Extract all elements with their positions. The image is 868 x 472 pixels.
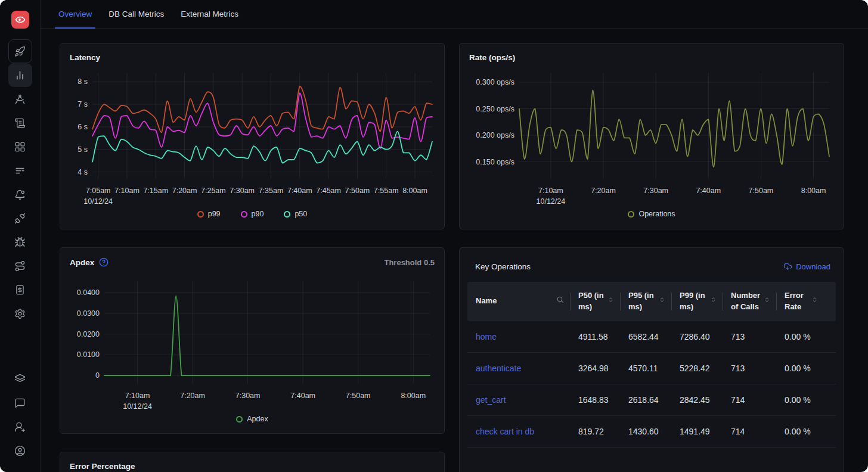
sidebar-item-integrations[interactable] (8, 206, 32, 230)
legend-ring-icon (284, 211, 290, 218)
column-header-p50-in-ms-[interactable]: P50 (in ms) (570, 282, 620, 321)
table-cell: 1491.49 (671, 416, 723, 447)
operation-name-link[interactable]: home (467, 321, 570, 352)
x-tick-label: 7:25am (201, 187, 226, 195)
sort-icon[interactable] (764, 296, 770, 304)
legend-ring-icon (241, 211, 247, 218)
y-tick-label: 8 s (78, 77, 88, 86)
sidebar-item-alerts[interactable] (8, 182, 32, 206)
chat-bubble-icon (14, 398, 26, 409)
column-header-label: P50 (in ms) (578, 290, 604, 313)
x-tick-label: 8:00am (402, 187, 427, 195)
sort-icon[interactable] (811, 296, 818, 304)
x-axis-date-label: 10/12/24 (537, 197, 566, 206)
column-header-p99-in-ms-[interactable]: P99 (in ms) (671, 282, 723, 321)
tab-external-metrics[interactable]: External Metrics (172, 0, 247, 28)
sidebar-item-account[interactable] (8, 439, 32, 462)
main-area: Overview DB Call Metrics External Metric… (41, 0, 868, 472)
sidebar-item-versions[interactable] (8, 367, 32, 391)
column-header-label: P95 (in ms) (628, 290, 655, 313)
x-tick-label: 8:00am (401, 392, 426, 400)
column-header-number-of-calls[interactable]: Number of Calls (723, 282, 776, 321)
signoz-logo[interactable] (11, 11, 29, 29)
legend-item-Apdex[interactable]: Apdex (236, 415, 268, 423)
sidebar-item-logs[interactable] (8, 111, 32, 135)
y-tick-label: 0.0300 (77, 309, 100, 318)
y-tick-label: 6 s (78, 123, 88, 131)
apdex-legend: Apdex (236, 415, 268, 423)
sidebar-item-billing[interactable] (8, 278, 32, 302)
table-cell: 0.00 % (776, 321, 824, 352)
y-tick-label: 5 s (78, 145, 88, 154)
tab-db-call-metrics[interactable]: DB Call Metrics (100, 0, 172, 28)
cloud-download-icon (783, 262, 792, 271)
sort-icon[interactable] (710, 296, 717, 304)
bar-chart-icon (14, 70, 26, 81)
user-circle-icon (14, 445, 26, 457)
tab-label: DB Call Metrics (108, 10, 164, 18)
table-cell: 6582.44 (620, 321, 671, 352)
apdex-plot: 00.01000.02000.03000.04007:10am10/12/247… (69, 269, 436, 412)
x-tick-label: 7:45am (316, 187, 341, 195)
sidebar-item-settings[interactable] (8, 302, 32, 325)
x-tick-label: 7:50am (749, 187, 774, 195)
operation-name-link[interactable]: authenticate (467, 353, 570, 384)
legend-item-p99[interactable]: p99 (197, 210, 221, 218)
sidebar-item-messaging-queues[interactable] (8, 159, 32, 182)
sidebar-item-service-map[interactable] (8, 254, 32, 278)
table-cell: 0.00 % (776, 416, 824, 447)
apdex-threshold-label: Threshold 0.5 (384, 258, 435, 267)
sidebar-item-support[interactable] (8, 391, 32, 415)
sidebar-item-invite-user[interactable] (8, 415, 32, 439)
series-p50-line (92, 131, 432, 163)
legend-label: p50 (294, 210, 307, 218)
search-icon[interactable] (556, 296, 564, 303)
table-cell: 714 (723, 384, 776, 415)
legend-item-p50[interactable]: p50 (284, 210, 307, 218)
table-cell: 3264.98 (570, 353, 620, 384)
sidebar-item-get-started[interactable] (8, 39, 32, 63)
legend-label: p99 (208, 210, 221, 218)
y-tick-label: 0.200 ops/s (476, 131, 514, 139)
y-tick-label: 0.0100 (77, 350, 100, 359)
key-operations-table: NameP50 (in ms)P95 (in ms)P99 (in ms)Num… (467, 282, 836, 448)
column-header-error-rate[interactable]: Error Rate (776, 282, 824, 321)
table-row: authenticate3264.984570.115228.427130.00… (467, 353, 836, 384)
sort-icon[interactable] (607, 296, 614, 304)
dashboard-content: Latency 4 s5 s6 s7 s8 s7:05am10/12/247:1… (41, 29, 868, 472)
column-header-p95-in-ms-[interactable]: P95 (in ms) (620, 282, 671, 321)
table-cell: 713 (723, 321, 776, 352)
table-cell: 713 (723, 353, 776, 384)
table-cell: 5228.42 (671, 353, 723, 384)
x-axis-date-label: 10/12/24 (123, 402, 152, 411)
y-tick-label: 0.0200 (77, 330, 100, 339)
x-tick-label: 7:30am (235, 392, 261, 400)
tab-overview[interactable]: Overview (50, 0, 100, 28)
sort-icon[interactable] (659, 296, 665, 304)
sidebar-item-exceptions[interactable] (8, 230, 32, 254)
x-tick-label: 7:55am (374, 187, 399, 195)
x-tick-label: 7:50am (345, 187, 370, 195)
download-button[interactable]: Download (783, 262, 830, 271)
sidebar-item-dashboards[interactable] (8, 135, 32, 159)
sidebar-item-services[interactable] (8, 63, 32, 87)
y-tick-label: 0.0400 (77, 288, 100, 297)
list-lines-icon (14, 165, 26, 176)
legend-item-p90[interactable]: p90 (241, 210, 264, 218)
table-cell: 1430.60 (620, 416, 671, 447)
operation-name-link[interactable]: get_cart (467, 384, 570, 415)
latency-plot: 4 s5 s6 s7 s8 s7:05am10/12/247:10am7:15a… (69, 64, 436, 207)
sidebar-item-traces[interactable] (8, 87, 32, 111)
legend-item-Operations[interactable]: Operations (628, 210, 675, 218)
column-header-label: P99 (in ms) (680, 290, 706, 313)
apdex-help-icon[interactable] (99, 257, 108, 267)
error-percentage-title: Error Percentage (70, 462, 135, 471)
column-header-name: Name (467, 282, 570, 321)
operation-name-link[interactable]: check cart in db (467, 416, 570, 447)
x-tick-label: 7:50am (346, 392, 371, 400)
app-window: Overview DB Call Metrics External Metric… (0, 0, 868, 472)
legend-label: p90 (252, 210, 264, 218)
x-tick-label: 7:15am (143, 187, 168, 195)
y-tick-label: 0.150 ops/s (476, 158, 514, 166)
legend-ring-icon (236, 416, 243, 423)
